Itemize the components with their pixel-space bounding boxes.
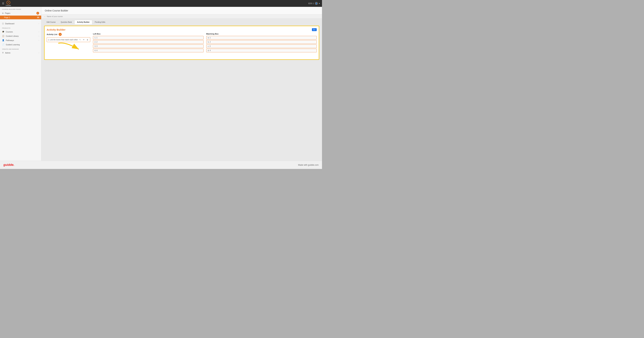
view-activity-icon[interactable]: 👁 xyxy=(82,38,85,41)
sidebar-item-content-library[interactable]: 📋 Content Library › xyxy=(0,34,41,38)
panel-body: Activity List + 1. Link the boxes that m… xyxy=(47,33,317,53)
guided-learning-left: 📄 Guided Learning xyxy=(2,44,20,46)
tab-edit-course[interactable]: Edit Course xyxy=(44,20,58,24)
left-box-item-4: 4. 4 xyxy=(93,49,204,52)
logo-inner: ⚙ xyxy=(8,2,9,3)
sidebar-item-pages[interactable]: ⊞ Pages + xyxy=(0,11,41,16)
matching-box-item-1: a. 1 xyxy=(206,36,317,40)
panel-left: Activity List + 1. Link the boxes that m… xyxy=(47,33,90,43)
sidebar-item-pathways[interactable]: 👤 Pathways › xyxy=(0,38,41,42)
tab-pending-edits[interactable]: Pending Edits xyxy=(92,20,108,24)
main-top-bar: Online Course Builder xyxy=(41,7,322,14)
left-box-title: Left Box xyxy=(93,33,204,35)
matching-box-title: Matching Box xyxy=(206,33,317,35)
matching-box-item-2: b. 2 xyxy=(206,40,317,44)
user-label: EDS 1 xyxy=(308,2,314,4)
breadcrumb-text: Name of your course xyxy=(47,16,63,18)
sidebar: Course Builder Pages ⊞ Pages + Page 1 ◫ … xyxy=(0,7,41,161)
sidebar-item-courses[interactable]: 🎓 Courses › xyxy=(0,30,41,34)
pages-icon: ⊞ xyxy=(2,12,4,14)
sidebar-item-guided-learning[interactable]: 📄 Guided Learning xyxy=(0,42,41,47)
dashboard-chevron: › xyxy=(39,23,39,24)
matching-box-item-3: c. 3 xyxy=(206,44,317,48)
sidebar-item-dashboard[interactable]: ◫ Dashboard › xyxy=(0,21,41,26)
activity-builder-panel: Activity Builder En Activity List + 1. L… xyxy=(44,26,319,60)
add-activity-button[interactable]: + xyxy=(58,33,62,36)
main-content: Online Course Builder ← Name of your cou… xyxy=(41,7,322,161)
sidebar-section-course-builder: Course Builder Pages xyxy=(0,7,41,11)
sidebar-page-1[interactable]: Page 1 xyxy=(0,16,41,19)
admin-chevron: › xyxy=(39,52,39,54)
top-navigation: ☰ ⚙ Censeo EDS 1 👤 ▾ xyxy=(0,0,322,7)
content-library-chevron: › xyxy=(39,35,39,37)
left-box-item-1: 1. 1 xyxy=(93,36,204,40)
panel-header: Activity Builder En xyxy=(47,28,317,31)
edit-activity-icon[interactable]: ✎ xyxy=(78,38,82,41)
tab-activity-builder[interactable]: Activity Builder xyxy=(74,20,92,24)
left-box-column: Left Box 1. 1 2. 2 3. 3 4. 4 xyxy=(93,33,204,53)
admin-left: ⚙ Admin xyxy=(2,52,10,54)
left-box-item-2: 2. 2 xyxy=(93,40,204,44)
sidebar-section-create-manage: Create and Manage xyxy=(0,47,41,50)
dashboard-icon: ◫ xyxy=(2,22,4,24)
matching-box-item-4: d. 4 xyxy=(206,49,317,52)
top-nav-left: ☰ ⚙ Censeo xyxy=(0,1,11,6)
guided-learning-icon: 📄 xyxy=(2,44,4,46)
language-button[interactable]: En xyxy=(312,28,317,31)
tab-question-bank[interactable]: Question Bank xyxy=(58,20,74,24)
avatar[interactable]: 👤 xyxy=(315,2,318,5)
courses-left: 🎓 Courses xyxy=(2,30,13,33)
top-nav-right: EDS 1 👤 ▾ xyxy=(308,2,322,5)
dashboard-left: ◫ Dashboard xyxy=(2,22,14,24)
admin-icon: ⚙ xyxy=(2,52,4,54)
activity-list-header: Activity List + xyxy=(47,33,90,36)
logo-text: Censeo xyxy=(6,4,11,6)
breadcrumb-arrow: ← xyxy=(44,16,46,18)
matching-box-column: Matching Box a. 1 b. 2 c. 3 d. 4 xyxy=(206,33,317,53)
activity-row: 1. Link the boxes that match each other … xyxy=(47,37,90,42)
footer: guidde. Made with guidde.com xyxy=(0,161,322,169)
add-page-button[interactable]: + xyxy=(36,12,39,14)
dropdown-arrow[interactable]: ▾ xyxy=(319,2,320,4)
guided-learning-label: Guided Learning xyxy=(6,44,20,46)
pathways-left: 👤 Pathways xyxy=(2,39,14,41)
delete-activity-icon[interactable]: 🗑 xyxy=(86,38,89,41)
left-box-item-3: 3. 3 xyxy=(93,44,204,48)
hamburger-icon[interactable]: ☰ xyxy=(2,2,4,5)
breadcrumb: ← Name of your course xyxy=(41,14,322,19)
footer-logo: guidde. xyxy=(4,163,14,167)
dashboard-label: Dashboard xyxy=(5,22,14,24)
content-library-left: 📋 Content Library xyxy=(2,35,19,37)
pages-label: Pages xyxy=(5,12,10,14)
logo-area: ⚙ Censeo xyxy=(6,1,11,6)
sidebar-section-label-gap xyxy=(0,19,41,21)
admin-label: Admin xyxy=(5,52,10,54)
footer-made-with: Made with guidde.com xyxy=(298,164,318,166)
pathways-chevron: › xyxy=(39,40,39,41)
page-1-label: Page 1 xyxy=(4,16,10,18)
page-lines-icon[interactable] xyxy=(37,17,39,18)
content-library-label: Content Library xyxy=(6,35,19,37)
pathways-label: Pathways xyxy=(6,39,14,41)
page-title: Online Course Builder xyxy=(45,9,68,12)
courses-label: Courses xyxy=(6,31,13,33)
sidebar-item-admin[interactable]: ⚙ Admin › xyxy=(0,50,41,55)
activity-list-label: Activity List xyxy=(47,33,57,36)
tabs-bar: Edit Course Question Bank Activity Build… xyxy=(41,19,322,24)
sidebar-item-pages-left: ⊞ Pages xyxy=(2,12,10,14)
panel-title: Activity Builder xyxy=(47,28,66,31)
sidebar-section-products: Products xyxy=(0,26,41,30)
content-library-icon: 📋 xyxy=(2,35,4,37)
courses-icon: 🎓 xyxy=(2,30,4,33)
pathways-icon: 👤 xyxy=(2,39,4,41)
courses-chevron: › xyxy=(39,31,39,33)
logo-circle: ⚙ xyxy=(6,1,10,4)
panel-right: Left Box 1. 1 2. 2 3. 3 4. 4 Matching Bo… xyxy=(93,33,317,53)
activity-row-text: 1. Link the boxes that match each other xyxy=(48,39,78,41)
